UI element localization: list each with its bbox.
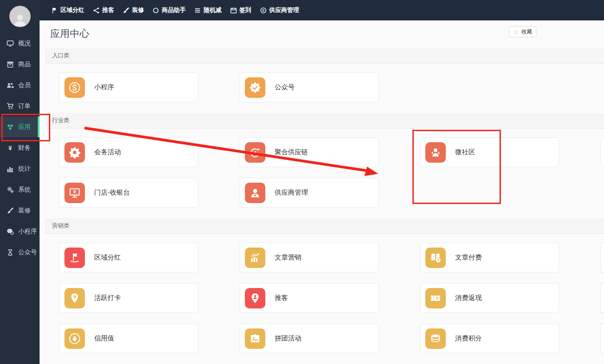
app-card-clipped[interactable] [600, 243, 604, 272]
sidebar-item-label: 统计 [18, 165, 31, 173]
app-card-clipped[interactable] [600, 283, 604, 313]
app-card-store-cashier[interactable]: ¥门店-收银台 [59, 178, 198, 208]
sidebar-item-system[interactable]: 系统 [0, 179, 40, 200]
app-center-content: 入口类小程序公众号行业类会务活动聚合供应链微社区¥门店-收银台供应商管理营销类区… [45, 48, 604, 364]
person-pin-icon [245, 288, 265, 308]
sidebar-item-finance[interactable]: ¥财务 [0, 137, 40, 158]
flag-icon [51, 7, 58, 14]
sidebar-item-stats[interactable]: 统计 [0, 158, 40, 179]
svg-text:¥: ¥ [436, 296, 438, 300]
app-card-article-marketing[interactable]: 文章营销 [240, 243, 379, 272]
app-card-points[interactable]: 消费积分 [420, 324, 559, 353]
app-card-label: 微社区 [455, 148, 475, 156]
app-card-clipped[interactable] [600, 324, 604, 353]
picture-frame-icon [245, 328, 265, 349]
app-card-label: 拼团活动 [275, 334, 301, 343]
svg-text:¥: ¥ [8, 144, 12, 152]
nav-item-sign-in[interactable]: 签到 [230, 6, 252, 14]
supplier-person-icon [245, 183, 265, 203]
sidebar-item-official-account[interactable]: 公众号 [0, 242, 40, 263]
sidebar-item-members[interactable]: 会员 [0, 75, 40, 96]
list-icon [194, 7, 201, 14]
app-card-miniprogram[interactable]: 小程序 [59, 72, 198, 102]
cashier-monitor-icon: ¥ [64, 183, 85, 203]
paid-article-icon: ¥ [425, 248, 446, 268]
sidebar-item-label: 订单 [18, 102, 31, 110]
nav-item-goods-assistant[interactable]: 商品助手 [152, 6, 186, 14]
nav-item-supplier-management[interactable]: S供应商管理 [260, 6, 300, 14]
star-icon: ☆ [513, 29, 519, 35]
app-card-clipped[interactable] [600, 137, 604, 167]
nav-item-label: 签到 [240, 6, 252, 14]
app-card-label: 推客 [275, 294, 288, 302]
app-center-main: 应用中心 入口类小程序公众号行业类会务活动聚合供应链微社区¥门店-收银台供应商管… [40, 20, 604, 364]
sidebar-item-orders[interactable]: 订单 [0, 96, 40, 116]
app-card-group-buying[interactable]: 拼团活动 [240, 324, 379, 353]
app-card-label: 消费返现 [455, 294, 482, 302]
sidebar-item-label: 应用 [18, 123, 31, 131]
section-cards-marketing-category: 区域分红文章营销¥文章付费活跃打卡推客¥消费返现信用值拼团活动消费积分 [59, 243, 604, 364]
sidebar-item-label: 商品 [18, 60, 31, 68]
app-card-label: 小程序 [94, 83, 114, 92]
nav-item-tuike[interactable]: 推客 [93, 6, 114, 14]
app-card-label: 门店-收银台 [94, 188, 130, 197]
sidebar-item-overview[interactable]: 概况 [0, 33, 40, 54]
goods-icon [6, 60, 14, 68]
top-navbar: 区域分红推客装修商品助手随机减签到S供应商管理 [40, 0, 604, 20]
sidebar-item-label: 财务 [18, 144, 31, 152]
app-card-label: 消费积分 [455, 334, 482, 343]
nav-item-label: 区域分红 [60, 6, 84, 14]
section-cards-entry-category: 小程序公众号 [59, 72, 604, 102]
gear-solid-icon [64, 142, 85, 163]
brush-icon [6, 207, 14, 214]
nav-item-label: 供应商管理 [269, 6, 300, 14]
section-header-marketing-category: 营销类 [45, 218, 604, 234]
overview-icon [6, 40, 14, 47]
app-card-paid-articles[interactable]: ¥文章付费 [420, 243, 559, 272]
avatar[interactable] [9, 6, 31, 27]
hourglass-icon [6, 248, 14, 256]
app-card-region-dividend[interactable]: 区域分红 [59, 243, 198, 272]
sidebar-item-label: 装修 [18, 207, 31, 215]
sidebar-item-apps[interactable]: 应用 [0, 116, 40, 137]
coin-stack-icon [425, 328, 446, 349]
sidebar-item-decorate[interactable]: 装修 [0, 200, 40, 221]
sidebar: 概况商品会员订单应用¥财务统计系统装修小程序公众号 [0, 0, 40, 364]
section-header-industry-category: 行业类 [45, 113, 604, 128]
app-card-cashback[interactable]: ¥消费返现 [420, 283, 559, 313]
s-circle-icon: S [260, 7, 267, 14]
favorite-button[interactable]: ☆ 收藏 [509, 26, 536, 37]
app-card-label: 公众号 [275, 83, 295, 92]
brush-icon [123, 7, 129, 14]
sidebar-item-label: 概况 [18, 40, 31, 48]
circle-icon [152, 7, 159, 14]
favorite-label: 收藏 [521, 28, 532, 36]
sidebar-item-goods[interactable]: 商品 [0, 54, 40, 75]
app-card-tuike[interactable]: 推客 [240, 283, 379, 313]
app-card-active-checkin[interactable]: 活跃打卡 [59, 283, 198, 313]
sidebar-item-label: 小程序 [18, 228, 37, 236]
members-icon [6, 81, 14, 89]
svg-text:S: S [262, 8, 264, 12]
app-card-conference-activity[interactable]: 会务活动 [59, 137, 198, 167]
app-card-official-account[interactable]: 公众号 [240, 72, 379, 102]
sidebar-item-miniprogram[interactable]: 小程序 [0, 221, 40, 242]
app-card-credit-value[interactable]: 信用值 [59, 324, 198, 353]
sidebar-item-label: 公众号 [18, 248, 37, 256]
location-pin-icon [64, 288, 85, 308]
app-card-label: 文章营销 [275, 253, 301, 262]
app-card-label: 活跃打卡 [94, 294, 121, 302]
nav-item-label: 商品助手 [162, 6, 186, 14]
miniprogram-icon [64, 77, 85, 98]
app-card-label: 供应商管理 [275, 188, 308, 197]
nav-item-decorate[interactable]: 装修 [123, 6, 144, 14]
flag-pin-icon [64, 248, 85, 268]
app-card-micro-community[interactable]: 微社区 [420, 137, 559, 167]
app-card-label: 区域分红 [94, 253, 121, 262]
nav-item-region-dividend[interactable]: 区域分红 [51, 6, 84, 14]
nav-item-random-reduce[interactable]: 随机减 [194, 6, 222, 14]
app-card-supplier-management[interactable]: 供应商管理 [240, 178, 379, 208]
apps-icon [6, 123, 14, 131]
app-card-supply-chain[interactable]: 聚合供应链 [240, 137, 379, 167]
yen-icon: ¥ [6, 144, 14, 152]
